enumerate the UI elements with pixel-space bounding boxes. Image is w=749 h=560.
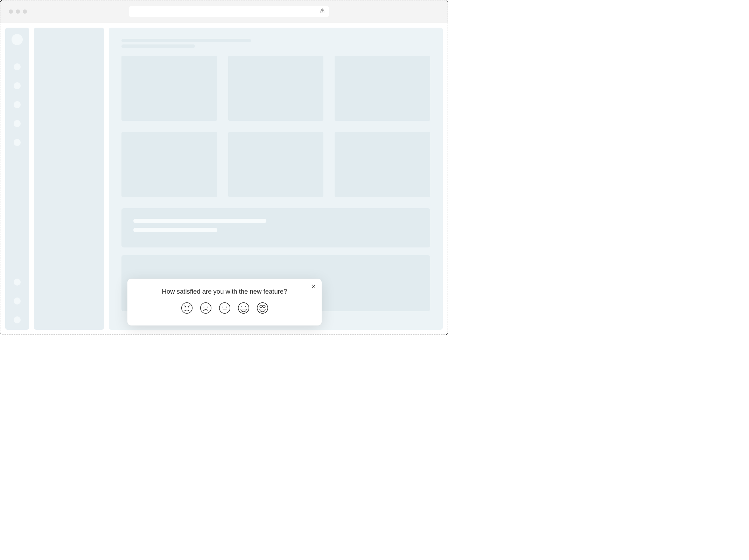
window-close-dot[interactable] (9, 9, 13, 14)
svg-point-6 (185, 307, 185, 308)
angry-face-icon (181, 302, 193, 315)
satisfaction-survey-popup: How satisfied are you with the new featu… (127, 279, 322, 326)
skeleton-line (133, 228, 217, 232)
neutral-face-icon (218, 302, 231, 315)
skeleton-line (133, 219, 266, 223)
nav-item[interactable] (14, 316, 21, 323)
skeleton-line (121, 44, 195, 48)
nav-item[interactable] (14, 139, 21, 146)
close-button[interactable] (310, 283, 317, 290)
frown-face-icon (200, 302, 212, 315)
window-maximize-dot[interactable] (23, 9, 27, 14)
nav-item[interactable] (14, 298, 21, 304)
rating-dissatisfied[interactable] (199, 302, 212, 315)
rating-neutral[interactable] (218, 302, 231, 315)
survey-question: How satisfied are you with the new featu… (162, 288, 287, 295)
heart-eyes-face-icon (256, 302, 269, 315)
svg-point-3 (181, 302, 192, 313)
app-window: How satisfied are you with the new featu… (0, 0, 448, 335)
share-icon[interactable] (320, 8, 325, 15)
nav-item[interactable] (14, 279, 21, 286)
browser-toolbar (0, 0, 448, 23)
card-grid (121, 56, 430, 197)
rating-satisfied[interactable] (237, 302, 250, 315)
info-banner (121, 208, 430, 247)
skeleton-line (121, 39, 251, 42)
window-controls (9, 9, 27, 14)
rating-very-dissatisfied[interactable] (180, 302, 194, 315)
nav-item[interactable] (14, 63, 21, 70)
svg-point-11 (219, 302, 230, 313)
rating-options (180, 302, 269, 315)
svg-line-4 (184, 306, 186, 307)
close-icon (311, 284, 316, 290)
svg-point-8 (200, 302, 211, 313)
nav-item[interactable] (14, 120, 21, 127)
rating-very-satisfied[interactable] (256, 302, 269, 315)
nav-rail (5, 28, 29, 330)
content-card[interactable] (121, 132, 217, 197)
svg-point-10 (207, 307, 208, 307)
svg-point-17 (245, 306, 246, 307)
svg-point-12 (222, 307, 223, 307)
content-card[interactable] (335, 132, 430, 197)
svg-point-16 (241, 306, 242, 307)
secondary-sidebar (34, 28, 104, 330)
svg-point-13 (226, 307, 227, 307)
nav-item[interactable] (14, 82, 21, 89)
nav-item[interactable] (14, 101, 21, 108)
svg-point-9 (203, 307, 204, 307)
window-minimize-dot[interactable] (16, 9, 20, 14)
smile-face-icon (237, 302, 250, 315)
svg-point-7 (188, 307, 189, 308)
content-card[interactable] (228, 132, 324, 197)
svg-line-5 (188, 306, 189, 307)
address-bar[interactable] (129, 6, 329, 17)
content-card[interactable] (228, 56, 324, 121)
content-card[interactable] (335, 56, 430, 121)
avatar[interactable] (12, 34, 23, 45)
content-card[interactable] (121, 56, 217, 121)
heading-skeleton (121, 39, 430, 48)
